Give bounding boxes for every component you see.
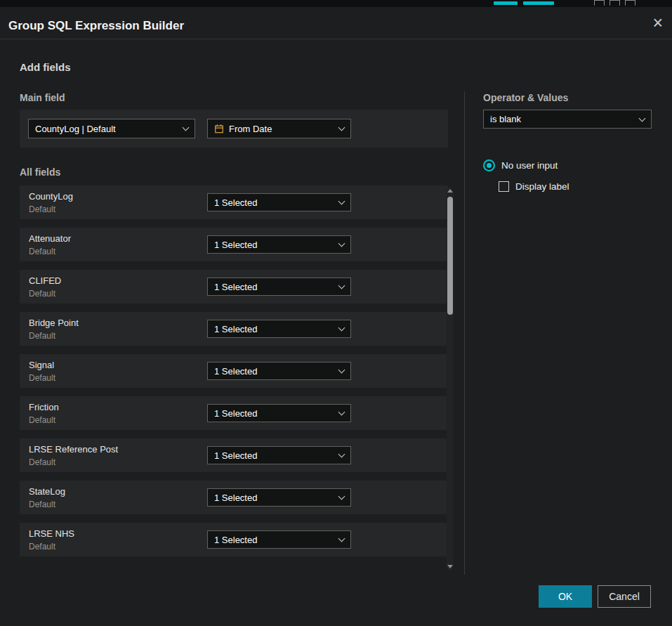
cancel-button[interactable]: Cancel (598, 585, 651, 608)
field-subtitle: Default (29, 289, 55, 299)
field-name: Signal (29, 360, 54, 370)
field-name: LRSE NHS (29, 528, 74, 539)
dropdown-value: 1 Selected (214, 197, 257, 208)
field-select-dropdown[interactable]: 1 Selected (207, 235, 351, 254)
field-row: LRSE Reference Post Default 1 Selected (20, 438, 448, 472)
dropdown-left: From Date (214, 124, 272, 134)
operator-values-label: Operator & Values (483, 92, 568, 103)
main-source-dropdown[interactable]: CountyLog | Default (28, 119, 195, 138)
field-row: LRSE NHS Default 1 Selected (20, 523, 448, 556)
background-text-fragment (523, 1, 554, 5)
ok-button[interactable]: OK (539, 585, 592, 608)
chevron-down-icon (338, 451, 345, 458)
field-select-dropdown[interactable]: 1 Selected (207, 530, 351, 549)
display-label-checkbox[interactable] (499, 181, 509, 192)
no-user-input-option: No user input (483, 159, 558, 171)
chevron-down-icon (338, 282, 345, 289)
scroll-up-arrow-icon[interactable] (447, 189, 453, 193)
column-divider (464, 91, 465, 575)
chevron-down-icon (183, 124, 190, 131)
background-icon-fragment (610, 0, 620, 6)
dropdown-value: 1 Selected (214, 493, 257, 503)
display-label-text[interactable]: Display label (515, 181, 569, 192)
all-fields-label: All fields (20, 167, 60, 178)
field-row: CLIFED Default 1 Selected (20, 270, 448, 304)
scroll-down-arrow-icon[interactable] (447, 565, 453, 568)
field-subtitle: Default (29, 542, 55, 552)
field-select-dropdown[interactable]: 1 Selected (207, 488, 351, 507)
field-name: Bridge Point (29, 318, 79, 328)
field-subtitle: Default (29, 373, 55, 383)
chevron-down-icon (639, 115, 646, 122)
app-background: Group SQL Expression Builder × Add field… (0, 0, 672, 626)
dropdown-value: 1 Selected (214, 535, 257, 545)
scrollbar[interactable] (447, 187, 454, 570)
no-user-input-radio[interactable] (483, 159, 495, 171)
dialog-footer: OK Cancel (539, 585, 651, 608)
field-subtitle: Default (29, 331, 55, 341)
field-subtitle: Default (29, 500, 55, 509)
main-field-dropdown[interactable]: From Date (207, 119, 351, 138)
field-select-dropdown[interactable]: 1 Selected (207, 278, 351, 296)
main-field-label: Main field (20, 92, 65, 103)
field-row: Attenuator Default 1 Selected (20, 228, 448, 261)
dropdown-value: CountyLog | Default (35, 124, 116, 134)
dropdown-value: 1 Selected (214, 282, 257, 292)
dropdown-value: 1 Selected (214, 366, 257, 377)
background-icon-fragment (625, 0, 635, 6)
chevron-down-icon (338, 240, 345, 247)
main-field-panel: CountyLog | Default From Date (20, 110, 448, 148)
field-select-dropdown[interactable]: 1 Selected (207, 404, 351, 422)
dropdown-value: is blank (490, 114, 521, 124)
field-select-dropdown[interactable]: 1 Selected (207, 320, 351, 338)
dropdown-value: 1 Selected (214, 408, 257, 419)
field-name: Attenuator (29, 233, 71, 244)
chevron-down-icon (338, 367, 345, 374)
field-subtitle: Default (29, 415, 55, 425)
field-name: Friction (29, 402, 59, 412)
dropdown-value: 1 Selected (214, 450, 257, 461)
chevron-down-icon (338, 325, 345, 332)
field-row: Bridge Point Default 1 Selected (20, 312, 448, 346)
display-label-option: Display label (499, 181, 569, 192)
field-select-dropdown[interactable]: 1 Selected (207, 446, 351, 464)
field-row: Signal Default 1 Selected (20, 354, 448, 388)
close-icon[interactable]: × (652, 14, 663, 32)
field-subtitle: Default (29, 247, 55, 256)
field-name: CountyLog (29, 191, 73, 202)
field-subtitle: Default (29, 204, 55, 214)
chevron-down-icon (338, 535, 345, 542)
field-name: LRSE Reference Post (29, 444, 118, 455)
header-divider (0, 39, 672, 39)
field-subtitle: Default (29, 457, 55, 467)
dropdown-value: From Date (229, 124, 272, 134)
all-fields-list: CountyLog Default 1 Selected Attenuator … (20, 185, 448, 565)
field-row: Friction Default 1 Selected (20, 396, 448, 430)
dropdown-value: 1 Selected (214, 240, 257, 250)
operator-dropdown[interactable]: is blank (483, 110, 652, 129)
chevron-down-icon (338, 198, 345, 205)
field-row: CountyLog Default 1 Selected (20, 185, 448, 219)
field-name: StateLog (29, 486, 65, 497)
field-name: CLIFED (29, 275, 61, 286)
chevron-down-icon (338, 409, 345, 416)
calendar-icon (214, 124, 224, 133)
no-user-input-label[interactable]: No user input (501, 160, 558, 171)
chevron-down-icon (338, 493, 345, 500)
dropdown-value: 1 Selected (214, 324, 257, 334)
background-text-fragment (494, 1, 518, 5)
chevron-down-icon (338, 124, 345, 131)
scrollbar-thumb[interactable] (447, 197, 453, 315)
field-row: StateLog Default 1 Selected (20, 481, 448, 514)
field-select-dropdown[interactable]: 1 Selected (207, 193, 351, 211)
group-sql-expression-builder-dialog: Group SQL Expression Builder × Add field… (0, 7, 672, 626)
dialog-title: Group SQL Expression Builder (8, 19, 184, 33)
add-fields-heading: Add fields (20, 61, 71, 73)
field-select-dropdown[interactable]: 1 Selected (207, 362, 351, 380)
background-icon-fragment (594, 0, 605, 6)
